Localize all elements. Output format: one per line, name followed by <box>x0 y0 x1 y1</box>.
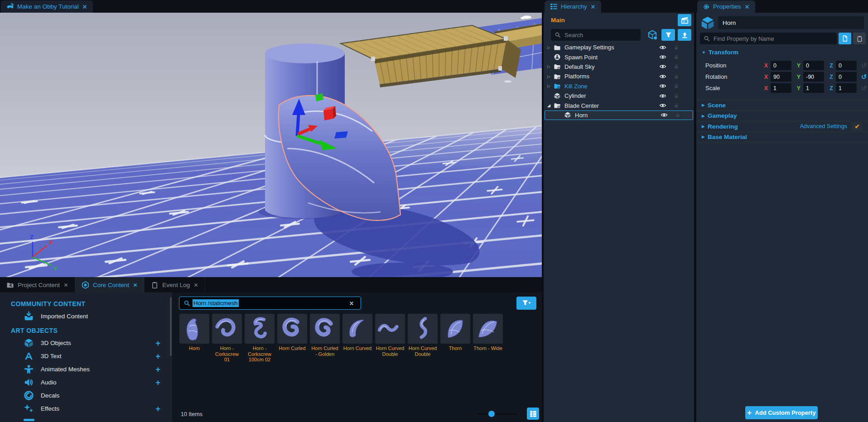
lock-icon[interactable] <box>674 74 679 79</box>
asset-tile[interactable]: Horn <box>179 314 209 363</box>
asset-thumbnail[interactable] <box>440 314 470 344</box>
position-z-field[interactable] <box>836 61 857 70</box>
asset-thumbnail[interactable] <box>212 314 242 344</box>
asset-thumbnail[interactable] <box>179 314 209 344</box>
asset-thumbnail[interactable] <box>473 314 503 344</box>
lock-icon[interactable] <box>674 83 679 89</box>
collapse-all-button[interactable] <box>678 29 691 41</box>
asset-thumbnail[interactable] <box>408 314 438 344</box>
tab-hierarchy[interactable]: Hierarchy <box>545 0 601 13</box>
close-icon[interactable] <box>63 283 68 288</box>
expander-icon[interactable]: ▷ <box>547 74 554 79</box>
hierarchy-search-input[interactable] <box>551 29 641 41</box>
visibility-eye-icon[interactable] <box>661 111 668 119</box>
sidebar-item-decals[interactable]: Decals <box>0 389 172 402</box>
lock-icon[interactable] <box>674 64 679 69</box>
lock-icon[interactable] <box>674 93 679 99</box>
scene-canvas[interactable]: Z X Y <box>0 13 542 277</box>
add-plus-button[interactable]: + <box>155 405 160 413</box>
reset-icon[interactable]: ↺ <box>861 85 868 91</box>
asset-tile[interactable]: Horn Curled <box>277 314 307 363</box>
advanced-settings-label[interactable]: Advanced Settings <box>800 123 847 129</box>
expander-icon[interactable]: ◢ <box>547 103 554 108</box>
visibility-eye-icon[interactable] <box>659 92 666 100</box>
section-scene[interactable]: ▶Scene <box>696 100 868 110</box>
tab-project-window[interactable]: Make an Obby Tutorial <box>1 0 93 13</box>
cinematic-editor-button[interactable] <box>678 14 691 26</box>
asset-tile[interactable]: Horn Curved <box>342 314 372 363</box>
expander-icon[interactable]: ▷ <box>547 84 554 88</box>
asset-thumbnail[interactable] <box>375 314 405 344</box>
advanced-settings-checkbox[interactable]: ✔ <box>852 122 863 131</box>
transform-section-header[interactable]: ▼ Transform <box>702 49 738 56</box>
show-objects-filter-icon[interactable] <box>647 29 658 40</box>
hierarchy-item-blade-center[interactable]: ◢Blade Center <box>544 101 694 110</box>
visibility-eye-icon[interactable] <box>659 102 666 109</box>
tab-properties[interactable]: Properties <box>697 0 755 13</box>
visibility-eye-icon[interactable] <box>659 73 666 80</box>
sidebar-item-imported-content[interactable]: Imported Content <box>0 310 172 323</box>
close-icon[interactable] <box>193 283 198 288</box>
section-gameplay[interactable]: ▶Gameplay <box>696 110 868 121</box>
close-icon[interactable] <box>590 4 596 10</box>
gizmo-red-cube-handle[interactable] <box>323 109 333 120</box>
section-base-material[interactable]: ▶Base Material <box>696 132 868 143</box>
gizmo-blue-plane-handle[interactable] <box>334 131 348 139</box>
list-view-button[interactable] <box>527 408 539 420</box>
tab-event-log[interactable]: Event Log <box>145 277 205 293</box>
asset-search-input[interactable]: Horn /staticmesh <box>179 297 361 310</box>
asset-tile[interactable]: Thorn <box>440 314 470 363</box>
hierarchy-item-cylinder[interactable]: Cylinder <box>544 91 694 101</box>
visibility-eye-icon[interactable] <box>659 44 666 51</box>
paste-properties-button[interactable] <box>853 33 866 44</box>
tab-project-content[interactable]: Project Content <box>0 277 75 293</box>
hierarchy-item-kill-zone[interactable]: ▷Kill Zone <box>544 82 694 91</box>
thumbnail-size-slider[interactable] <box>477 413 517 415</box>
asset-tile[interactable]: Horn - Corkscrew 100cm 02 <box>245 314 275 363</box>
sidebar-item-3d-text[interactable]: 3D Text+ <box>0 350 172 363</box>
asset-tile[interactable]: Horn Curved Double <box>408 314 438 363</box>
lock-icon[interactable] <box>674 54 679 60</box>
copy-properties-button[interactable] <box>839 33 851 44</box>
asset-tile[interactable]: Horn - Corkscrew 01 <box>212 314 242 363</box>
asset-thumbnail[interactable] <box>245 314 275 344</box>
sidebar-item-effects[interactable]: Effects+ <box>0 402 172 415</box>
close-icon[interactable] <box>744 4 750 10</box>
hierarchy-search-field[interactable] <box>564 31 637 39</box>
viewport-3d[interactable]: Z X Y <box>0 13 542 277</box>
visibility-eye-icon[interactable] <box>659 82 666 90</box>
asset-tile[interactable]: Horn Curved Double <box>375 314 405 363</box>
clear-search-icon[interactable] <box>349 301 354 306</box>
scale-z-field[interactable] <box>836 83 857 93</box>
asset-thumbnail[interactable] <box>277 314 307 344</box>
hierarchy-item-gameplay-settings[interactable]: ▷Gameplay Settings <box>544 43 694 52</box>
scale-x-field[interactable] <box>771 83 791 93</box>
expander-icon[interactable]: ▷ <box>547 64 554 69</box>
tab-core-content[interactable]: Core Content <box>75 277 145 293</box>
sidebar-item-3d-objects[interactable]: 3D Objects+ <box>0 336 172 350</box>
hierarchy-item-horn[interactable]: Horn <box>545 110 693 120</box>
sidebar-item-audio[interactable]: Audio+ <box>0 376 172 389</box>
add-plus-button[interactable]: + <box>155 365 160 374</box>
reset-icon[interactable]: ↺ <box>861 62 868 69</box>
sidebar-scrollbar[interactable] <box>170 297 172 356</box>
rotation-z-field[interactable] <box>836 72 857 82</box>
hierarchy-item-spawn-point[interactable]: Spawn Point <box>544 52 694 62</box>
scale-y-field[interactable] <box>803 83 824 93</box>
asset-filter-button[interactable] <box>516 297 536 310</box>
add-plus-button[interactable]: + <box>155 339 160 347</box>
slider-thumb[interactable] <box>488 411 495 417</box>
visibility-eye-icon[interactable] <box>659 63 666 70</box>
hierarchy-filter-button[interactable] <box>661 29 675 41</box>
lock-icon[interactable] <box>675 112 680 118</box>
add-plus-button[interactable]: + <box>155 352 160 360</box>
close-icon[interactable] <box>133 283 138 288</box>
lock-icon[interactable] <box>674 45 679 50</box>
hierarchy-item-platforms[interactable]: ▷Platforms <box>544 72 694 81</box>
section-rendering[interactable]: ▶RenderingAdvanced Settings✔ <box>696 121 868 132</box>
property-search-field[interactable] <box>713 35 833 43</box>
rotation-y-field[interactable] <box>803 72 824 82</box>
position-x-field[interactable] <box>771 61 791 70</box>
expander-icon[interactable]: ▷ <box>547 45 554 50</box>
add-plus-button[interactable]: + <box>155 379 160 387</box>
